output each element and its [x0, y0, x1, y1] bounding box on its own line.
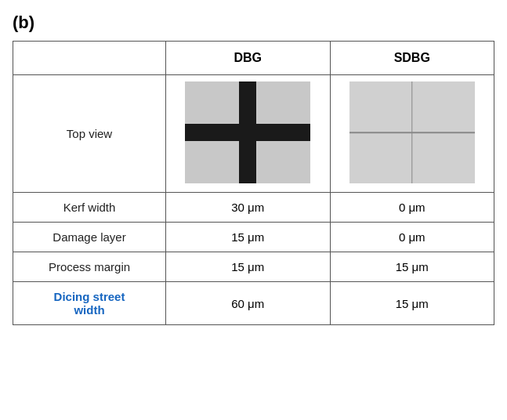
- dicing-street-width-dbg: 60 μm: [166, 282, 331, 325]
- comparison-table: DBG SDBG Top view Kerf width 30: [13, 41, 494, 325]
- table-row: Dicing streetwidth 60 μm 15 μm: [13, 282, 494, 325]
- col-header-dbg: DBG: [166, 42, 331, 75]
- col-header-sdbg: SDBG: [330, 42, 494, 75]
- table-row: Kerf width 30 μm 0 μm: [13, 193, 494, 223]
- sdbg-line-vertical: [411, 81, 413, 183]
- process-margin-sdbg: 15 μm: [330, 252, 494, 282]
- table-row: Damage layer 15 μm 0 μm: [13, 223, 494, 252]
- damage-layer-sdbg: 0 μm: [330, 223, 494, 252]
- cross-vertical: [239, 81, 256, 183]
- dbg-image: [185, 81, 310, 183]
- process-margin-dbg: 15 μm: [166, 252, 331, 282]
- kerf-width-label: Kerf width: [13, 193, 166, 223]
- top-view-sdbg: [330, 75, 494, 193]
- table-row: Process margin 15 μm 15 μm: [13, 252, 494, 282]
- panel-label: (b): [13, 13, 494, 33]
- dicing-street-width-label: Dicing streetwidth: [13, 282, 166, 325]
- damage-layer-label: Damage layer: [13, 223, 166, 252]
- col-header-empty: [13, 42, 166, 75]
- top-view-label: Top view: [13, 75, 166, 193]
- kerf-width-sdbg: 0 μm: [330, 193, 494, 223]
- top-view-dbg: [166, 75, 331, 193]
- process-margin-label: Process margin: [13, 252, 166, 282]
- dicing-street-width-sdbg: 15 μm: [330, 282, 494, 325]
- sdbg-image: [349, 81, 475, 183]
- damage-layer-dbg: 15 μm: [166, 223, 331, 252]
- table-row: Top view: [13, 75, 494, 193]
- kerf-width-dbg: 30 μm: [166, 193, 331, 223]
- dicing-label-text: Dicing streetwidth: [54, 290, 125, 317]
